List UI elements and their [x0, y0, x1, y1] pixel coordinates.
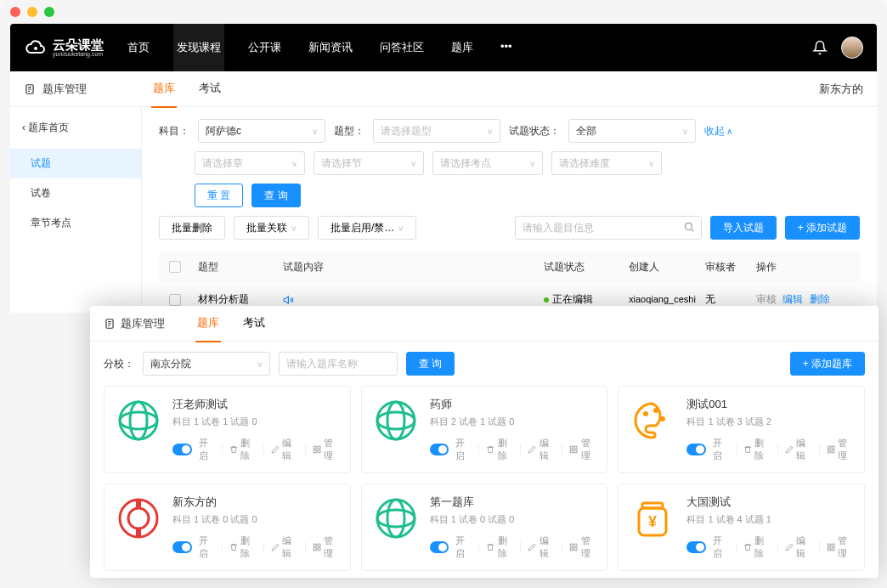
bank-card[interactable]: 汪老师测试 科目 1 试卷 1 试题 0 开启 删除 编辑 管理: [104, 386, 351, 473]
svg-point-19: [653, 408, 658, 413]
card-edit[interactable]: 编辑: [785, 534, 812, 560]
grid-icon: [313, 542, 321, 552]
row-checkbox[interactable]: [169, 294, 181, 306]
search-input[interactable]: [515, 216, 702, 240]
difficulty-select[interactable]: 请选择难度∨: [551, 151, 662, 175]
sidebar-item-papers[interactable]: 试卷: [10, 178, 141, 208]
toggle-switch[interactable]: [430, 444, 449, 455]
card-manage[interactable]: 管理: [569, 437, 596, 462]
card-delete[interactable]: 删除: [229, 437, 257, 462]
bank-name-input[interactable]: [279, 352, 398, 376]
type-select[interactable]: 请选择题型∨: [373, 119, 500, 143]
svg-point-11: [377, 402, 415, 439]
grid-icon: [827, 444, 835, 455]
batch-link-button[interactable]: 批量关联 ∨: [234, 216, 309, 240]
card-manage[interactable]: 管理: [827, 437, 854, 462]
op-edit[interactable]: 编辑: [782, 293, 803, 305]
card-delete[interactable]: 删除: [743, 534, 771, 560]
toggle-switch[interactable]: [172, 541, 192, 553]
col-status: 试题状态: [544, 260, 629, 274]
svg-rect-21: [828, 446, 830, 449]
card-icon: [115, 495, 162, 542]
query-button[interactable]: 查 询: [251, 184, 300, 207]
svg-rect-29: [314, 544, 316, 546]
panel2-tab-exam[interactable]: 考试: [241, 305, 267, 342]
card-delete[interactable]: 删除: [229, 534, 257, 560]
card-edit[interactable]: 编辑: [271, 534, 298, 560]
collapse-link[interactable]: 收起 ∧: [704, 124, 732, 139]
reset-button[interactable]: 重 置: [195, 184, 243, 207]
back-link[interactable]: ‹ 题库首页: [10, 114, 141, 142]
card-edit[interactable]: 编辑: [785, 437, 812, 462]
bank-card[interactable]: 测试001 科目 1 试卷 3 试题 2 开启 删除 编辑 管理: [618, 386, 865, 473]
close-dot[interactable]: [10, 7, 20, 17]
toggle-switch[interactable]: [686, 541, 706, 553]
batch-toggle-button[interactable]: 批量启用/禁… ∨: [318, 216, 416, 240]
nav-home[interactable]: 首页: [124, 24, 153, 71]
svg-rect-45: [828, 548, 830, 551]
card-delete[interactable]: 删除: [486, 437, 513, 462]
panel2-query-button[interactable]: 查 询: [406, 352, 455, 376]
card-manage[interactable]: 管理: [313, 534, 340, 560]
avatar[interactable]: [841, 37, 863, 59]
toggle-switch[interactable]: [430, 541, 449, 553]
trash-icon: [743, 444, 752, 455]
svg-point-5: [120, 412, 157, 429]
status-dot-icon: [544, 297, 549, 302]
branch-select[interactable]: 南京分院∨: [143, 352, 270, 376]
svg-rect-28: [136, 529, 141, 537]
add-bank-button[interactable]: + 添加题库: [790, 352, 865, 376]
svg-point-4: [120, 402, 157, 439]
toggle-switch[interactable]: [172, 444, 192, 455]
card-manage[interactable]: 管理: [569, 534, 596, 560]
logo-text-en: yunduoketang.com: [53, 51, 104, 57]
card-manage[interactable]: 管理: [827, 534, 854, 560]
tab-bank[interactable]: 题库: [151, 71, 177, 108]
card-icon: [372, 397, 420, 444]
card-edit[interactable]: 编辑: [528, 437, 555, 462]
status-select[interactable]: 全部∨: [568, 119, 696, 143]
sidebar-item-chapters[interactable]: 章节考点: [10, 208, 141, 238]
svg-rect-36: [571, 544, 573, 546]
row-status: 正在编辑: [552, 293, 593, 305]
bank-card[interactable]: 新东方的 科目 1 试卷 0 试题 0 开启 删除 编辑 管理: [104, 483, 351, 571]
svg-rect-39: [574, 548, 577, 551]
bank-card[interactable]: 药师 科目 2 试卷 1 试题 0 开启 删除 编辑 管理: [361, 386, 608, 473]
edit-icon: [785, 444, 794, 455]
batch-delete-button[interactable]: 批量删除: [159, 216, 225, 240]
card-manage[interactable]: 管理: [313, 437, 340, 462]
logo[interactable]: 云朵课堂 yunduoketang.com: [24, 36, 104, 59]
type-label: 题型：: [334, 124, 364, 139]
import-button[interactable]: 导入试题: [710, 216, 777, 240]
nav-qa[interactable]: 问答社区: [376, 24, 427, 71]
add-question-button[interactable]: + 添加试题: [785, 216, 860, 240]
trash-icon: [229, 542, 238, 552]
section-select[interactable]: 请选择节∨: [314, 151, 424, 175]
nav-public[interactable]: 公开课: [245, 24, 285, 71]
min-dot[interactable]: [27, 7, 37, 17]
nav-more[interactable]: •••: [497, 24, 516, 71]
nav-news[interactable]: 新闻资讯: [305, 24, 356, 71]
point-select[interactable]: 请选择考点∨: [432, 151, 543, 175]
select-all-checkbox[interactable]: [169, 261, 181, 273]
tab-exam[interactable]: 考试: [197, 71, 223, 108]
bell-icon[interactable]: [812, 40, 828, 55]
card-delete[interactable]: 删除: [743, 437, 771, 462]
card-delete[interactable]: 删除: [486, 534, 513, 560]
nav-bank[interactable]: 题库: [448, 24, 477, 71]
sidebar-item-questions[interactable]: 试题: [10, 149, 141, 178]
card-title: 汪老师测试: [172, 397, 340, 412]
svg-rect-16: [571, 450, 573, 453]
panel2-tab-bank[interactable]: 题库: [195, 305, 221, 342]
op-delete[interactable]: 删除: [810, 293, 830, 305]
subject-select[interactable]: 阿萨德c∨: [198, 119, 325, 143]
card-edit[interactable]: 编辑: [271, 437, 298, 462]
toggle-switch[interactable]: [686, 444, 706, 455]
max-dot[interactable]: [44, 7, 54, 17]
card-edit[interactable]: 编辑: [528, 534, 555, 560]
nav-discover[interactable]: 发现课程: [173, 24, 224, 71]
bank-card[interactable]: 第一题库 科目 1 试卷 0 试题 0 开启 删除 编辑 管理: [361, 483, 608, 571]
chapter-select[interactable]: 请选择章∨: [195, 151, 305, 175]
card-title: 大国测试: [686, 495, 854, 510]
bank-card[interactable]: ¥ 大国测试 科目 1 试卷 4 试题 1 开启 删除 编辑 管理: [618, 483, 865, 571]
